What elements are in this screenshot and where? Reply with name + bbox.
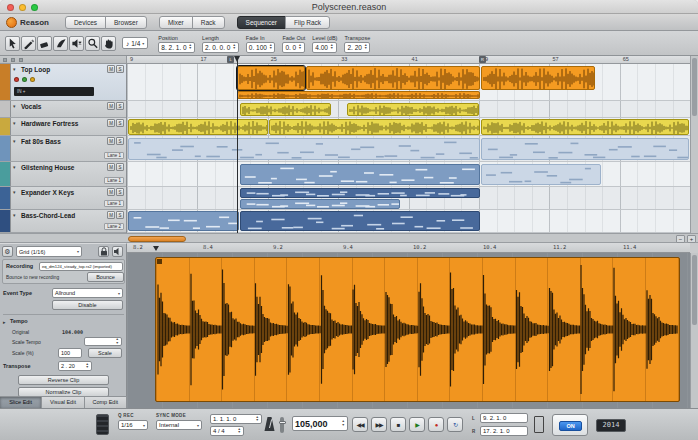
clip-glistening-house[interactable] — [481, 164, 601, 185]
loop-right-display[interactable]: 17. 2. 1. 0 — [480, 426, 528, 436]
track-mute-button[interactable]: M — [107, 137, 115, 145]
track-solo-button[interactable]: S — [116, 211, 124, 219]
stepper-icon[interactable]: ▲▼ — [189, 44, 192, 50]
clip-fat-80s-bass[interactable] — [128, 138, 480, 160]
comp-edit-button[interactable]: Comp Edit — [85, 397, 127, 408]
arrangement[interactable] — [127, 64, 690, 233]
chevron-down-icon[interactable]: ▾ — [13, 212, 16, 218]
clip-expander-x-keys[interactable] — [240, 199, 400, 209]
gear-icon[interactable]: ⚙ — [2, 246, 13, 257]
clip-handle[interactable] — [157, 259, 162, 264]
record-arm-icon[interactable] — [14, 77, 19, 82]
scale-button[interactable]: Scale — [88, 348, 122, 358]
chevron-down-icon[interactable]: ▾ — [13, 189, 16, 195]
transport-fast-forward-button[interactable]: ▶▶ — [371, 417, 387, 432]
slice-editor[interactable] — [127, 253, 690, 408]
pencil-tool-button[interactable] — [21, 36, 36, 51]
clip-bass-chord-lead[interactable] — [240, 211, 480, 231]
loop-left-display[interactable]: 9. 2. 1. 0 — [480, 413, 528, 423]
slider-thumb[interactable] — [279, 421, 286, 424]
magnify-tool-button[interactable] — [85, 36, 100, 51]
selection-tool-button[interactable] — [5, 36, 20, 51]
clip-hardware-fortress[interactable] — [128, 119, 268, 135]
track-header-expander-x-keys[interactable]: ▾Expander X KeysMSLane 1 — [0, 187, 127, 210]
clip-top-loop[interactable] — [306, 66, 480, 90]
toolbar-button-devices[interactable]: Devices — [65, 16, 106, 29]
scrollbar-thumb[interactable] — [692, 58, 697, 116]
click-level-slider[interactable] — [280, 417, 284, 433]
track-header-vocals[interactable]: ▾VocalsMS — [0, 101, 127, 118]
reverse-clip-button[interactable]: Reverse Clip — [18, 375, 109, 385]
track-solo-button[interactable]: S — [116, 65, 124, 73]
toolbar-button-flip-rack[interactable]: Flip Rack — [285, 16, 330, 29]
clip-hardware-fortress[interactable] — [481, 119, 689, 135]
speaker-icon[interactable] — [112, 246, 123, 257]
zoom-out-button[interactable]: − — [676, 235, 685, 243]
track-mute-button[interactable]: M — [107, 65, 115, 73]
mute-tool-button[interactable] — [69, 36, 84, 51]
event-type-dropdown[interactable]: Allround ▾ — [52, 288, 123, 298]
clip-expander-x-keys[interactable] — [240, 188, 480, 198]
stepper-icon[interactable]: ▲▼ — [116, 338, 119, 344]
track-mute-button[interactable]: M — [107, 211, 115, 219]
stepper-icon[interactable]: ▲▼ — [330, 44, 333, 50]
track-mute-button[interactable]: M — [107, 119, 115, 127]
track-solo-button[interactable]: S — [116, 137, 124, 145]
left-locator[interactable]: L — [227, 56, 234, 63]
chevron-down-icon[interactable]: ▾ — [13, 138, 16, 144]
arrangement-horizontal-scrollbar[interactable]: − + — [0, 233, 698, 243]
clip-bass-chord-lead[interactable] — [128, 211, 239, 231]
field-position-value[interactable]: 8. 2. 1. 0▲▼ — [158, 42, 195, 53]
right-locator[interactable]: R — [479, 56, 486, 63]
monitor-icon[interactable] — [22, 77, 27, 82]
toolbar-button-sequencer[interactable]: Sequencer — [237, 16, 286, 29]
scale-percent-field[interactable]: 100 — [58, 348, 82, 358]
editor-grid-dropdown[interactable]: Grid (1/16) ▾ — [16, 246, 82, 257]
quantize-grid-dropdown[interactable]: 1/16 ▾ — [118, 420, 148, 430]
scrollbar-thumb[interactable] — [128, 236, 186, 242]
track-mute-button[interactable]: M — [107, 188, 115, 196]
clip-hardware-fortress[interactable] — [269, 119, 480, 135]
disable-button[interactable]: Disable — [52, 300, 123, 310]
metronome-icon[interactable] — [264, 416, 275, 433]
audio-clip-editor-view[interactable] — [155, 257, 680, 402]
song-position-display[interactable]: 1. 1. 1. 0 ▲▼ — [210, 414, 262, 424]
stepper-icon[interactable]: ▲▼ — [256, 416, 259, 422]
list-icon[interactable] — [19, 58, 23, 62]
track-solo-button[interactable]: S — [116, 119, 124, 127]
scrollbar-thumb[interactable] — [692, 255, 697, 325]
on-button[interactable]: ON — [559, 421, 582, 431]
clip-top-loop[interactable] — [237, 91, 480, 99]
magnet-icon[interactable] — [3, 58, 7, 62]
snap-grid-dropdown[interactable]: ♪ 1/4 ▾ — [122, 37, 148, 49]
toolbar-button-rack[interactable]: Rack — [192, 16, 225, 29]
lock-icon[interactable] — [98, 246, 109, 257]
clip-vocals[interactable] — [240, 103, 331, 116]
stepper-icon[interactable]: ▲▼ — [232, 44, 235, 50]
field-level-db--value[interactable]: 4.00▲▼ — [312, 42, 337, 53]
chevron-down-icon[interactable]: ▾ — [13, 120, 16, 126]
track-mute-button[interactable]: M — [107, 102, 115, 110]
track-solo-button[interactable]: S — [116, 102, 124, 110]
clip-top-loop[interactable] — [237, 66, 305, 90]
time-signature-display[interactable]: 4 / 4 ▲▼ — [210, 426, 244, 436]
track-solo-button[interactable]: S — [116, 163, 124, 171]
track-header-top-loop[interactable]: ▾Top LoopMSIN + — [0, 64, 127, 101]
field-fade-in-value[interactable]: 0. 100▲▼ — [246, 42, 276, 53]
clip-fat-80s-bass[interactable] — [481, 138, 689, 160]
arrangement-vertical-scrollbar[interactable] — [690, 56, 698, 233]
chevron-down-icon[interactable]: ▾ — [13, 103, 16, 109]
stepper-icon[interactable]: ▲▼ — [86, 363, 89, 369]
toolbar-button-browser[interactable]: Browser — [105, 16, 147, 29]
eraser-tool-button[interactable] — [37, 36, 52, 51]
clip-vocals[interactable] — [347, 103, 479, 116]
track-mute-button[interactable]: M — [107, 163, 115, 171]
disclosure-triangle-icon[interactable]: ▸ — [3, 319, 6, 325]
tuner-icon[interactable] — [30, 77, 35, 82]
stepper-icon[interactable]: ▲▼ — [238, 428, 241, 434]
scale-tempo-field[interactable]: ▲▼ — [84, 337, 122, 346]
pencil-mini-icon[interactable] — [11, 58, 15, 62]
stepper-icon[interactable]: ▲▼ — [342, 420, 345, 426]
track-header-glistening-house[interactable]: ▾Glistening HouseMSLane 1 — [0, 162, 127, 187]
stepper-icon[interactable]: ▲▼ — [298, 44, 301, 50]
